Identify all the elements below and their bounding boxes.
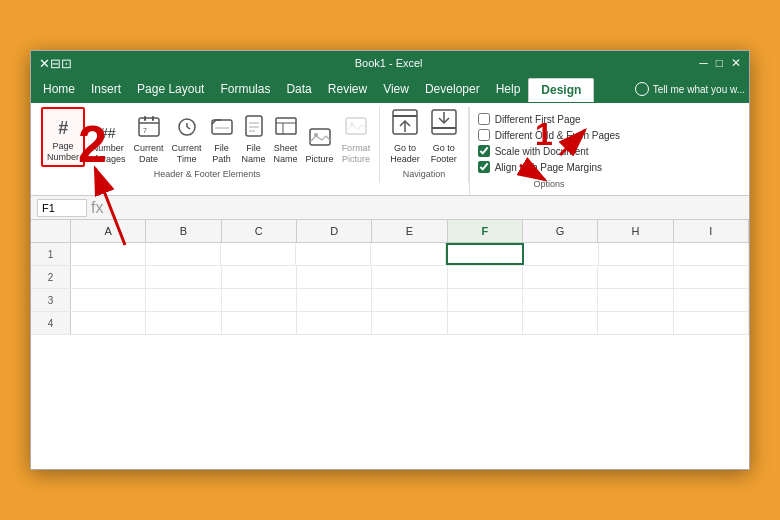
- cell-f3[interactable]: [448, 289, 523, 311]
- name-box[interactable]: F1: [37, 199, 87, 217]
- diff-odd-even-checkbox[interactable]: [478, 129, 490, 141]
- menu-design[interactable]: Design: [528, 78, 594, 102]
- current-time-icon: [176, 115, 198, 141]
- cell-h1[interactable]: [599, 243, 674, 265]
- cell-d3[interactable]: [297, 289, 372, 311]
- picture-label: Picture: [306, 154, 334, 165]
- file-path-icon: [211, 115, 233, 141]
- align-margins-checkbox[interactable]: [478, 161, 490, 173]
- cell-e1[interactable]: [371, 243, 446, 265]
- file-name-icon: [243, 115, 265, 141]
- cell-d1[interactable]: [296, 243, 371, 265]
- go-to-header-btn[interactable]: Go toHeader: [386, 107, 424, 167]
- picture-icon: [309, 126, 331, 152]
- menu-insert[interactable]: Insert: [83, 78, 129, 100]
- current-time-btn[interactable]: CurrentTime: [169, 107, 205, 167]
- go-to-footer-btn[interactable]: Go toFooter: [426, 107, 462, 167]
- app-icon: ✕⊟⊡: [39, 56, 72, 71]
- align-margins-label: Align with Page Margins: [495, 162, 602, 173]
- cell-i2[interactable]: [674, 266, 749, 288]
- cell-c2[interactable]: [222, 266, 297, 288]
- formula-input[interactable]: [107, 199, 743, 217]
- format-picture-btn[interactable]: FormatPicture: [339, 107, 374, 167]
- cell-f2[interactable]: [448, 266, 523, 288]
- cell-b2[interactable]: [146, 266, 221, 288]
- search-icon: [635, 82, 649, 96]
- svg-rect-14: [276, 118, 296, 134]
- search-text: Tell me what you w...: [653, 84, 745, 95]
- cell-a1[interactable]: [71, 243, 146, 265]
- col-header-b[interactable]: B: [146, 220, 221, 242]
- scale-with-doc-checkbox[interactable]: [478, 145, 490, 157]
- table-row: 2: [31, 266, 749, 289]
- cell-c1[interactable]: [221, 243, 296, 265]
- file-path-label: FilePath: [212, 143, 231, 165]
- cell-c4[interactable]: [222, 312, 297, 334]
- excel-window: ✕⊟⊡ Book1 - Excel ─ □ ✕ Home Insert Page…: [30, 50, 750, 470]
- file-path-btn[interactable]: FilePath: [207, 107, 237, 167]
- file-name-btn[interactable]: FileName: [239, 107, 269, 167]
- cell-g2[interactable]: [523, 266, 598, 288]
- cell-e3[interactable]: [372, 289, 447, 311]
- menu-view[interactable]: View: [375, 78, 417, 100]
- search-bar[interactable]: Tell me what you w...: [635, 82, 745, 96]
- cell-f1[interactable]: [446, 243, 524, 265]
- col-header-g[interactable]: G: [523, 220, 598, 242]
- page-number-icon: #: [58, 118, 68, 140]
- window-controls: ─ □ ✕: [699, 56, 741, 70]
- cell-h2[interactable]: [598, 266, 673, 288]
- cell-b4[interactable]: [146, 312, 221, 334]
- row-num-3: 3: [31, 289, 71, 311]
- minimize-btn[interactable]: ─: [699, 56, 708, 70]
- sheet-name-icon: [275, 115, 297, 141]
- col-header-d[interactable]: D: [297, 220, 372, 242]
- cell-d2[interactable]: [297, 266, 372, 288]
- maximize-btn[interactable]: □: [716, 56, 723, 70]
- col-header-f[interactable]: F: [448, 220, 523, 242]
- current-date-btn[interactable]: 7 CurrentDate: [131, 107, 167, 167]
- format-picture-label: FormatPicture: [342, 143, 371, 165]
- col-header-a[interactable]: A: [71, 220, 146, 242]
- cell-g4[interactable]: [523, 312, 598, 334]
- menu-developer[interactable]: Developer: [417, 78, 488, 100]
- cell-d4[interactable]: [297, 312, 372, 334]
- close-btn[interactable]: ✕: [731, 56, 741, 70]
- col-header-e[interactable]: E: [372, 220, 447, 242]
- cell-a2[interactable]: [71, 266, 146, 288]
- cell-h3[interactable]: [598, 289, 673, 311]
- menu-page-layout[interactable]: Page Layout: [129, 78, 212, 100]
- menu-help[interactable]: Help: [488, 78, 529, 100]
- spreadsheet: A B C D E F G H I 1: [31, 220, 749, 469]
- hf-elements-group-label: Header & Footer Elements: [154, 167, 261, 183]
- current-date-icon: 7: [138, 115, 160, 141]
- cell-g3[interactable]: [523, 289, 598, 311]
- menu-review[interactable]: Review: [320, 78, 375, 100]
- col-header-c[interactable]: C: [222, 220, 297, 242]
- cell-h4[interactable]: [598, 312, 673, 334]
- go-to-footer-icon: [430, 108, 458, 141]
- go-to-header-label: Go toHeader: [390, 143, 420, 165]
- cell-e2[interactable]: [372, 266, 447, 288]
- go-to-header-icon: [391, 108, 419, 141]
- cell-a3[interactable]: [71, 289, 146, 311]
- sheet-name-label: SheetName: [274, 143, 298, 165]
- menu-formulas[interactable]: Formulas: [212, 78, 278, 100]
- cell-i4[interactable]: [674, 312, 749, 334]
- diff-first-page-checkbox[interactable]: [478, 113, 490, 125]
- cell-i1[interactable]: [674, 243, 749, 265]
- cell-f4[interactable]: [448, 312, 523, 334]
- picture-btn[interactable]: Picture: [303, 107, 337, 167]
- menu-home[interactable]: Home: [35, 78, 83, 100]
- cell-g1[interactable]: [524, 243, 599, 265]
- col-header-i[interactable]: I: [674, 220, 749, 242]
- col-header-h[interactable]: H: [598, 220, 673, 242]
- cell-a4[interactable]: [71, 312, 146, 334]
- cell-e4[interactable]: [372, 312, 447, 334]
- cell-b1[interactable]: [146, 243, 221, 265]
- cell-i3[interactable]: [674, 289, 749, 311]
- cell-c3[interactable]: [222, 289, 297, 311]
- cell-b3[interactable]: [146, 289, 221, 311]
- menu-data[interactable]: Data: [278, 78, 319, 100]
- sheet-name-btn[interactable]: SheetName: [271, 107, 301, 167]
- col-headers: A B C D E F G H I: [31, 220, 749, 243]
